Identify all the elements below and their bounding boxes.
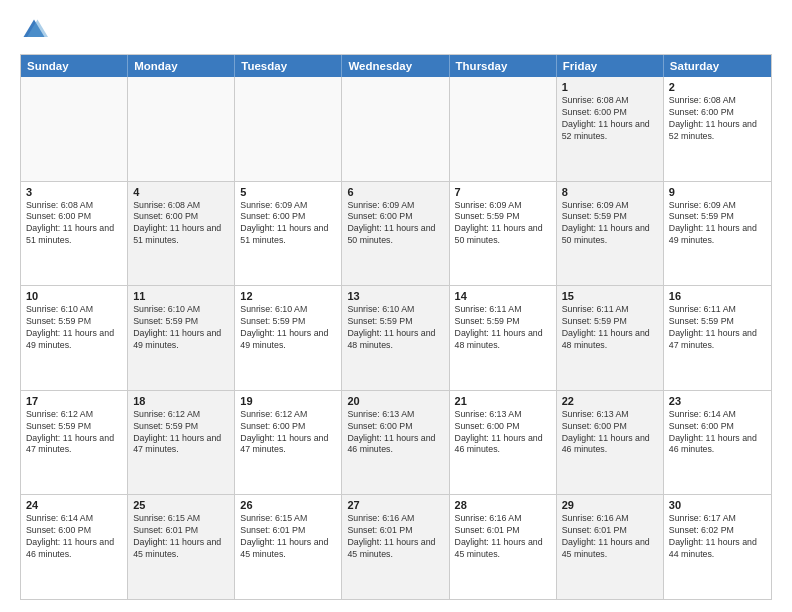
cal-header-monday: Monday — [128, 55, 235, 77]
calendar-header: SundayMondayTuesdayWednesdayThursdayFrid… — [21, 55, 771, 77]
cal-cell: 8Sunrise: 6:09 AMSunset: 5:59 PMDaylight… — [557, 182, 664, 286]
cell-info: Sunrise: 6:16 AMSunset: 6:01 PMDaylight:… — [347, 513, 443, 561]
cal-row-3: 17Sunrise: 6:12 AMSunset: 5:59 PMDayligh… — [21, 390, 771, 495]
cal-cell: 29Sunrise: 6:16 AMSunset: 6:01 PMDayligh… — [557, 495, 664, 599]
cal-cell: 7Sunrise: 6:09 AMSunset: 5:59 PMDaylight… — [450, 182, 557, 286]
cal-cell: 24Sunrise: 6:14 AMSunset: 6:00 PMDayligh… — [21, 495, 128, 599]
cal-cell: 15Sunrise: 6:11 AMSunset: 5:59 PMDayligh… — [557, 286, 664, 390]
day-number: 28 — [455, 499, 551, 511]
logo — [20, 16, 52, 44]
cal-cell: 20Sunrise: 6:13 AMSunset: 6:00 PMDayligh… — [342, 391, 449, 495]
cal-cell: 18Sunrise: 6:12 AMSunset: 5:59 PMDayligh… — [128, 391, 235, 495]
cell-info: Sunrise: 6:08 AMSunset: 6:00 PMDaylight:… — [26, 200, 122, 248]
day-number: 20 — [347, 395, 443, 407]
day-number: 30 — [669, 499, 766, 511]
calendar-body: 1Sunrise: 6:08 AMSunset: 6:00 PMDaylight… — [21, 77, 771, 599]
cal-cell: 3Sunrise: 6:08 AMSunset: 6:00 PMDaylight… — [21, 182, 128, 286]
cell-info: Sunrise: 6:16 AMSunset: 6:01 PMDaylight:… — [562, 513, 658, 561]
day-number: 13 — [347, 290, 443, 302]
day-number: 16 — [669, 290, 766, 302]
day-number: 2 — [669, 81, 766, 93]
cal-cell: 23Sunrise: 6:14 AMSunset: 6:00 PMDayligh… — [664, 391, 771, 495]
day-number: 26 — [240, 499, 336, 511]
cal-cell — [21, 77, 128, 181]
day-number: 18 — [133, 395, 229, 407]
cell-info: Sunrise: 6:11 AMSunset: 5:59 PMDaylight:… — [455, 304, 551, 352]
cell-info: Sunrise: 6:16 AMSunset: 6:01 PMDaylight:… — [455, 513, 551, 561]
day-number: 22 — [562, 395, 658, 407]
cell-info: Sunrise: 6:13 AMSunset: 6:00 PMDaylight:… — [562, 409, 658, 457]
cell-info: Sunrise: 6:10 AMSunset: 5:59 PMDaylight:… — [26, 304, 122, 352]
day-number: 3 — [26, 186, 122, 198]
day-number: 21 — [455, 395, 551, 407]
day-number: 5 — [240, 186, 336, 198]
cal-cell: 14Sunrise: 6:11 AMSunset: 5:59 PMDayligh… — [450, 286, 557, 390]
cal-row-0: 1Sunrise: 6:08 AMSunset: 6:00 PMDaylight… — [21, 77, 771, 181]
cell-info: Sunrise: 6:08 AMSunset: 6:00 PMDaylight:… — [133, 200, 229, 248]
logo-icon — [20, 16, 48, 44]
cal-cell: 27Sunrise: 6:16 AMSunset: 6:01 PMDayligh… — [342, 495, 449, 599]
cell-info: Sunrise: 6:12 AMSunset: 5:59 PMDaylight:… — [26, 409, 122, 457]
cal-cell: 28Sunrise: 6:16 AMSunset: 6:01 PMDayligh… — [450, 495, 557, 599]
cal-cell — [235, 77, 342, 181]
cell-info: Sunrise: 6:12 AMSunset: 5:59 PMDaylight:… — [133, 409, 229, 457]
day-number: 29 — [562, 499, 658, 511]
cal-header-sunday: Sunday — [21, 55, 128, 77]
cal-cell: 26Sunrise: 6:15 AMSunset: 6:01 PMDayligh… — [235, 495, 342, 599]
day-number: 1 — [562, 81, 658, 93]
day-number: 15 — [562, 290, 658, 302]
cal-cell: 25Sunrise: 6:15 AMSunset: 6:01 PMDayligh… — [128, 495, 235, 599]
cell-info: Sunrise: 6:17 AMSunset: 6:02 PMDaylight:… — [669, 513, 766, 561]
header — [20, 16, 772, 44]
cell-info: Sunrise: 6:11 AMSunset: 5:59 PMDaylight:… — [562, 304, 658, 352]
day-number: 23 — [669, 395, 766, 407]
cal-cell: 1Sunrise: 6:08 AMSunset: 6:00 PMDaylight… — [557, 77, 664, 181]
day-number: 9 — [669, 186, 766, 198]
cell-info: Sunrise: 6:13 AMSunset: 6:00 PMDaylight:… — [455, 409, 551, 457]
cell-info: Sunrise: 6:13 AMSunset: 6:00 PMDaylight:… — [347, 409, 443, 457]
day-number: 17 — [26, 395, 122, 407]
cell-info: Sunrise: 6:12 AMSunset: 6:00 PMDaylight:… — [240, 409, 336, 457]
cell-info: Sunrise: 6:10 AMSunset: 5:59 PMDaylight:… — [347, 304, 443, 352]
cal-header-tuesday: Tuesday — [235, 55, 342, 77]
day-number: 27 — [347, 499, 443, 511]
cal-cell: 9Sunrise: 6:09 AMSunset: 5:59 PMDaylight… — [664, 182, 771, 286]
cal-cell: 19Sunrise: 6:12 AMSunset: 6:00 PMDayligh… — [235, 391, 342, 495]
calendar: SundayMondayTuesdayWednesdayThursdayFrid… — [20, 54, 772, 600]
cal-cell: 16Sunrise: 6:11 AMSunset: 5:59 PMDayligh… — [664, 286, 771, 390]
cal-cell: 21Sunrise: 6:13 AMSunset: 6:00 PMDayligh… — [450, 391, 557, 495]
day-number: 12 — [240, 290, 336, 302]
day-number: 19 — [240, 395, 336, 407]
cell-info: Sunrise: 6:15 AMSunset: 6:01 PMDaylight:… — [240, 513, 336, 561]
cell-info: Sunrise: 6:14 AMSunset: 6:00 PMDaylight:… — [26, 513, 122, 561]
cal-cell: 22Sunrise: 6:13 AMSunset: 6:00 PMDayligh… — [557, 391, 664, 495]
cal-cell: 10Sunrise: 6:10 AMSunset: 5:59 PMDayligh… — [21, 286, 128, 390]
cal-header-friday: Friday — [557, 55, 664, 77]
cal-cell — [342, 77, 449, 181]
cell-info: Sunrise: 6:11 AMSunset: 5:59 PMDaylight:… — [669, 304, 766, 352]
cell-info: Sunrise: 6:10 AMSunset: 5:59 PMDaylight:… — [240, 304, 336, 352]
cell-info: Sunrise: 6:09 AMSunset: 6:00 PMDaylight:… — [240, 200, 336, 248]
cal-cell: 11Sunrise: 6:10 AMSunset: 5:59 PMDayligh… — [128, 286, 235, 390]
cell-info: Sunrise: 6:09 AMSunset: 5:59 PMDaylight:… — [562, 200, 658, 248]
day-number: 6 — [347, 186, 443, 198]
day-number: 4 — [133, 186, 229, 198]
cell-info: Sunrise: 6:09 AMSunset: 5:59 PMDaylight:… — [455, 200, 551, 248]
cal-cell: 30Sunrise: 6:17 AMSunset: 6:02 PMDayligh… — [664, 495, 771, 599]
cal-cell — [128, 77, 235, 181]
day-number: 10 — [26, 290, 122, 302]
cal-row-4: 24Sunrise: 6:14 AMSunset: 6:00 PMDayligh… — [21, 494, 771, 599]
cal-header-wednesday: Wednesday — [342, 55, 449, 77]
cal-row-1: 3Sunrise: 6:08 AMSunset: 6:00 PMDaylight… — [21, 181, 771, 286]
cell-info: Sunrise: 6:08 AMSunset: 6:00 PMDaylight:… — [669, 95, 766, 143]
day-number: 25 — [133, 499, 229, 511]
cell-info: Sunrise: 6:14 AMSunset: 6:00 PMDaylight:… — [669, 409, 766, 457]
cal-header-thursday: Thursday — [450, 55, 557, 77]
day-number: 24 — [26, 499, 122, 511]
cal-cell: 12Sunrise: 6:10 AMSunset: 5:59 PMDayligh… — [235, 286, 342, 390]
cal-cell: 5Sunrise: 6:09 AMSunset: 6:00 PMDaylight… — [235, 182, 342, 286]
cal-row-2: 10Sunrise: 6:10 AMSunset: 5:59 PMDayligh… — [21, 285, 771, 390]
cal-cell: 2Sunrise: 6:08 AMSunset: 6:00 PMDaylight… — [664, 77, 771, 181]
cell-info: Sunrise: 6:09 AMSunset: 6:00 PMDaylight:… — [347, 200, 443, 248]
cal-cell: 17Sunrise: 6:12 AMSunset: 5:59 PMDayligh… — [21, 391, 128, 495]
